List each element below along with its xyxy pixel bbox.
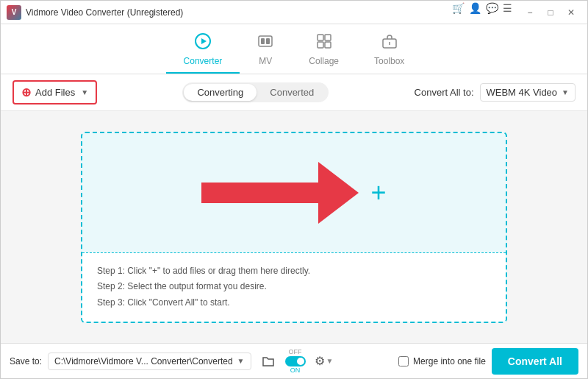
tab-mv[interactable]: MV	[240, 29, 291, 74]
merge-checkbox[interactable]	[398, 356, 409, 366]
gear-dropdown-arrow: ▼	[326, 357, 334, 365]
hardware-acceleration-toggle[interactable]: OFF ON	[285, 349, 306, 374]
add-files-dropdown-arrow: ▼	[81, 88, 88, 96]
tab-converter[interactable]: Converter	[166, 29, 240, 74]
toggle-off-label: OFF	[289, 349, 302, 355]
svg-rect-4	[266, 38, 270, 44]
save-path-text: C:\Vidmore\Vidmore V... Converter\Conver…	[54, 356, 233, 366]
tab-collage[interactable]: Collage	[291, 29, 356, 74]
drop-zone-top: +	[82, 133, 506, 252]
chat-icon[interactable]: 💬	[486, 2, 498, 23]
selected-format: WEBM 4K Video	[487, 87, 558, 98]
step3-text: Step 3: Click "Convert All" to start.	[97, 295, 491, 311]
drop-zone-plus-icon: +	[370, 177, 386, 208]
add-files-button[interactable]: ⊕ Add Files ▼	[12, 80, 97, 105]
plus-icon: ⊕	[21, 85, 31, 99]
format-dropdown-arrow: ▼	[562, 88, 569, 96]
arrow-shaft	[201, 183, 319, 203]
app-icon: V	[7, 5, 21, 20]
toggle-switch[interactable]	[285, 356, 306, 366]
toolbar: ⊕ Add Files ▼ Converting Converted Conve…	[1, 74, 587, 111]
add-arrow-indicator	[201, 162, 359, 224]
main-content: + Step 1: Click "+" to add files or drag…	[1, 111, 587, 343]
tab-toolbox-label: Toolbox	[374, 56, 404, 66]
sub-tab-converted[interactable]: Converted	[257, 84, 327, 101]
app-title: Vidmore Video Converter (Unregistered)	[26, 7, 183, 18]
user-icon[interactable]: 👤	[469, 2, 481, 23]
collage-icon	[316, 33, 332, 53]
svg-rect-3	[261, 38, 265, 44]
settings-button[interactable]: ⚙ ▼	[312, 351, 337, 371]
svg-rect-7	[318, 42, 323, 48]
title-bar-left: V Vidmore Video Converter (Unregistered)	[7, 5, 183, 20]
bottom-bar: Save to: C:\Vidmore\Vidmore V... Convert…	[1, 343, 587, 378]
maximize-button[interactable]: □	[540, 2, 561, 23]
title-bar: V Vidmore Video Converter (Unregistered)…	[1, 1, 587, 24]
sub-tab-converting[interactable]: Converting	[184, 84, 257, 101]
open-folder-button[interactable]	[257, 350, 279, 372]
converter-icon	[195, 33, 211, 53]
merge-label: Merge into one file	[413, 356, 486, 366]
title-bar-right: 🛒 👤 💬 ☰ − □ ✕	[452, 2, 581, 23]
nav-tabs: Converter MV Collage	[1, 24, 587, 74]
drop-zone-instructions: Step 1: Click "+" to add files or drag t…	[82, 252, 506, 322]
convert-all-button[interactable]: Convert All	[492, 348, 578, 375]
svg-rect-6	[325, 35, 331, 40]
format-select-dropdown[interactable]: WEBM 4K Video ▼	[480, 83, 576, 102]
drop-zone[interactable]: + Step 1: Click "+" to add files or drag…	[81, 132, 507, 323]
tab-toolbox[interactable]: Toolbox	[356, 29, 422, 74]
save-to-label: Save to:	[10, 356, 42, 366]
mv-icon	[257, 33, 273, 53]
tab-collage-label: Collage	[309, 56, 339, 66]
window-controls: 🛒 👤 💬 ☰ − □ ✕	[452, 2, 581, 23]
menu-icon[interactable]: ☰	[503, 2, 512, 23]
add-files-label: Add Files	[35, 87, 75, 98]
merge-checkbox-container: Merge into one file	[398, 356, 486, 366]
gear-icon: ⚙	[315, 354, 325, 368]
toolbox-icon	[381, 33, 398, 53]
convert-all-to: Convert All to: WEBM 4K Video ▼	[415, 83, 576, 102]
step1-text: Step 1: Click "+" to add files or drag t…	[97, 263, 491, 280]
save-path-dropdown-arrow: ▼	[237, 357, 245, 365]
close-button[interactable]: ✕	[561, 2, 581, 23]
cart-icon[interactable]: 🛒	[452, 2, 465, 23]
save-path-selector[interactable]: C:\Vidmore\Vidmore V... Converter\Conver…	[48, 353, 251, 370]
tab-mv-label: MV	[259, 56, 272, 66]
svg-marker-1	[201, 38, 207, 44]
convert-all-to-label: Convert All to:	[415, 87, 474, 98]
minimize-button[interactable]: −	[520, 2, 540, 23]
tab-converter-label: Converter	[184, 56, 223, 66]
arrow-head	[318, 162, 359, 224]
sub-tabs: Converting Converted	[182, 82, 329, 102]
svg-rect-5	[318, 35, 323, 40]
toggle-on-label: ON	[290, 367, 301, 374]
svg-rect-8	[325, 42, 331, 48]
step2-text: Step 2: Select the output format you des…	[97, 279, 491, 295]
svg-rect-2	[259, 36, 272, 46]
